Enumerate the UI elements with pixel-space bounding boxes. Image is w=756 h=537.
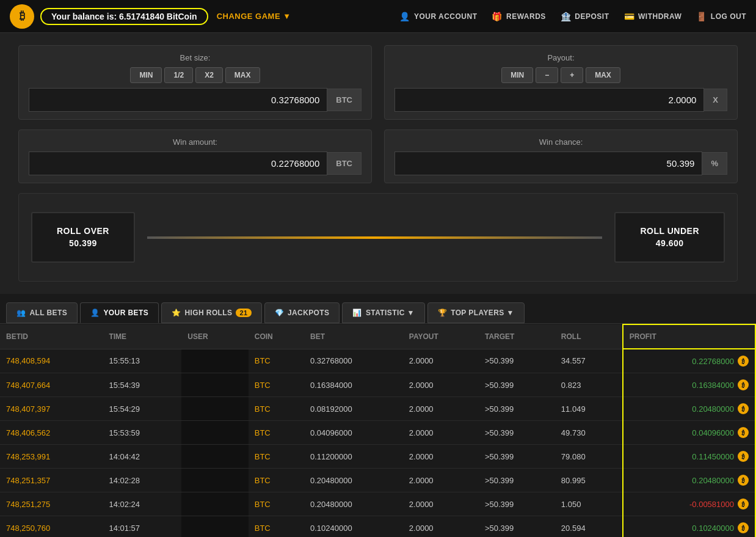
- tab-top-players[interactable]: 🏆 TOP PLAYERS ▼: [427, 302, 525, 323]
- logout-icon: 🚪: [696, 12, 707, 21]
- payout-input[interactable]: [394, 88, 704, 112]
- nav-rewards[interactable]: 🎁 REWARDS: [492, 12, 545, 21]
- bet-min-button[interactable]: MIN: [130, 67, 162, 83]
- cell-time: 15:54:29: [103, 397, 181, 421]
- tabs-area: 👥 ALL BETS 👤 YOUR BETS ⭐ HIGH ROLLS 21 💎…: [0, 294, 756, 324]
- tab-high-rolls[interactable]: ⭐ HIGH ROLLS 21: [161, 302, 261, 323]
- top-players-icon: 🏆: [438, 309, 447, 317]
- profit-value: -0.00581000: [689, 500, 734, 509]
- roll-under-value: 49.600: [640, 238, 699, 250]
- high-rolls-icon: ⭐: [172, 309, 181, 317]
- win-amount-input[interactable]: [29, 152, 327, 175]
- cell-time: 15:53:59: [103, 421, 181, 445]
- account-icon: 👤: [399, 12, 410, 21]
- cell-bet: 0.04096000: [304, 421, 403, 445]
- cell-user: [181, 516, 248, 537]
- all-bets-icon: 👥: [16, 309, 26, 317]
- cell-payout: 2.0000: [403, 492, 479, 516]
- change-game-button[interactable]: CHANGE GAME ▼: [217, 12, 291, 21]
- bet-buttons: MIN 1/2 X2 MAX: [29, 67, 362, 83]
- payout-min-button[interactable]: MIN: [501, 67, 533, 83]
- nav-rewards-label: REWARDS: [506, 12, 546, 21]
- win-amount-panel: Win amount: BTC: [18, 130, 372, 183]
- col-payout: Payout: [403, 324, 479, 349]
- btc-icon: ₿: [738, 451, 749, 462]
- cell-betid: 748,408,594: [0, 349, 103, 373]
- profit-value: 0.11450000: [692, 452, 734, 461]
- profit-value: 0.16384000: [692, 381, 734, 390]
- col-betid: BetID: [0, 324, 103, 349]
- payout-minus-button[interactable]: −: [536, 67, 558, 83]
- cell-betid: 748,251,357: [0, 469, 103, 492]
- cell-roll: 20.594: [555, 516, 623, 537]
- cell-coin: BTC: [249, 445, 304, 469]
- win-amount-input-row: BTC: [29, 152, 362, 175]
- controls-row: Bet size: MIN 1/2 X2 MAX BTC Payout: MIN…: [18, 45, 738, 120]
- cell-roll: 34.557: [555, 349, 623, 373]
- roll-divider: [147, 236, 603, 239]
- cell-payout: 2.0000: [403, 516, 479, 537]
- cell-target: >50.399: [479, 349, 555, 373]
- tab-all-bets[interactable]: 👥 ALL BETS: [6, 302, 78, 323]
- col-coin: Coin: [249, 324, 304, 349]
- cell-roll: 1.050: [555, 492, 623, 516]
- col-user: User: [181, 324, 248, 349]
- cell-bet: 0.10240000: [304, 516, 403, 537]
- cell-profit: 0.11450000 ₿: [623, 445, 755, 469]
- cell-profit: 0.20480000 ₿: [623, 397, 755, 421]
- win-chance-input[interactable]: [394, 152, 702, 175]
- profit-value: 0.20480000: [692, 404, 734, 414]
- bet-half-button[interactable]: 1/2: [164, 67, 193, 83]
- cell-payout: 2.0000: [403, 373, 479, 397]
- cell-user: [181, 421, 248, 445]
- cell-time: 15:55:13: [103, 349, 181, 373]
- payout-plus-button[interactable]: +: [561, 67, 583, 83]
- cell-coin: BTC: [249, 349, 304, 373]
- nav-deposit[interactable]: 🏦 DEPOSIT: [561, 12, 609, 21]
- cell-target: >50.399: [479, 421, 555, 445]
- cell-time: 14:04:42: [103, 445, 181, 469]
- cell-user: [181, 397, 248, 421]
- header-nav: 👤 YOUR ACCOUNT 🎁 REWARDS 🏦 DEPOSIT 💳 WIT…: [399, 12, 746, 21]
- cell-profit: 0.10240000 ₿: [623, 516, 755, 537]
- tab-jackpots[interactable]: 💎 JACKPOTS: [264, 302, 340, 323]
- your-bets-icon: 👤: [90, 309, 100, 317]
- bet-suffix: BTC: [327, 89, 362, 111]
- tab-your-bets[interactable]: 👤 YOUR BETS: [80, 302, 159, 323]
- nav-logout[interactable]: 🚪 LOG OUT: [696, 12, 746, 21]
- nav-account[interactable]: 👤 YOUR ACCOUNT: [399, 12, 477, 21]
- bets-table: BetID Time User Coin Bet Payout Target R…: [0, 324, 756, 537]
- roll-under-button[interactable]: ROLL UNDER 49.600: [614, 212, 725, 263]
- win-chance-input-row: %: [394, 152, 727, 175]
- rewards-icon: 🎁: [492, 12, 503, 21]
- cell-target: >50.399: [479, 373, 555, 397]
- win-chance-suffix: %: [702, 152, 727, 175]
- cell-target: >50.399: [479, 469, 555, 492]
- cell-bet: 0.11200000: [304, 445, 403, 469]
- cell-user: [181, 492, 248, 516]
- cell-bet: 0.20480000: [304, 492, 403, 516]
- bet-max-button[interactable]: MAX: [225, 67, 260, 83]
- cell-betid: 748,407,664: [0, 373, 103, 397]
- bet-double-button[interactable]: X2: [195, 67, 223, 83]
- win-chance-label: Win chance:: [394, 137, 727, 147]
- cell-betid: 748,407,397: [0, 397, 103, 421]
- tab-statistic[interactable]: 📊 STATISTIC ▼: [342, 302, 424, 323]
- tab-your-bets-label: YOUR BETS: [103, 309, 148, 317]
- payout-max-button[interactable]: MAX: [586, 67, 620, 83]
- bet-input[interactable]: [29, 88, 327, 112]
- cell-profit: 0.20480000 ₿: [623, 469, 755, 492]
- cell-roll: 0.823: [555, 373, 623, 397]
- statistic-icon: 📊: [352, 309, 362, 317]
- cell-coin: BTC: [249, 516, 304, 537]
- roll-area: ROLL OVER 50.399 ROLL UNDER 49.600: [18, 193, 738, 282]
- nav-withdraw[interactable]: 💳 WITHDRAW: [624, 12, 682, 21]
- cell-bet: 0.16384000: [304, 373, 403, 397]
- tab-top-players-label: TOP PLAYERS ▼: [451, 309, 514, 317]
- logo: ₿: [10, 4, 34, 29]
- cell-betid: 748,406,562: [0, 421, 103, 445]
- col-bet: Bet: [304, 324, 403, 349]
- cell-user: [181, 469, 248, 492]
- cell-target: >50.399: [479, 397, 555, 421]
- roll-over-button[interactable]: ROLL OVER 50.399: [31, 212, 135, 263]
